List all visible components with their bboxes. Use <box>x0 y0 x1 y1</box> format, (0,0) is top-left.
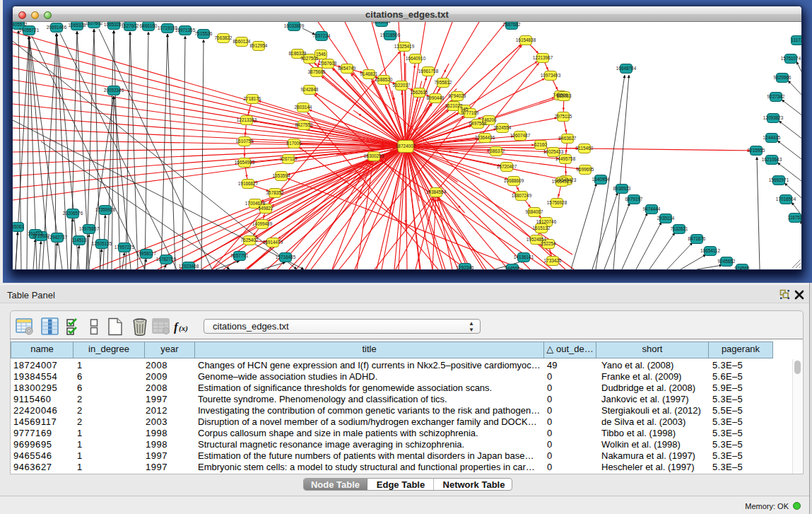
svg-text:7955812: 7955812 <box>435 80 452 85</box>
svg-text:1244415: 1244415 <box>763 135 781 140</box>
svg-text:15692971: 15692971 <box>769 177 789 182</box>
svg-text:7663822: 7663822 <box>215 35 233 40</box>
svg-text:1065328: 1065328 <box>69 23 86 28</box>
svg-text:9777169: 9777169 <box>461 110 479 115</box>
svg-text:817006: 817006 <box>286 141 302 146</box>
svg-text:9474444: 9474444 <box>643 206 661 211</box>
svg-text:9242848: 9242848 <box>301 87 319 92</box>
svg-text:549822: 549822 <box>258 206 273 211</box>
svg-text:1562615: 1562615 <box>411 90 428 95</box>
svg-text:12093823: 12093823 <box>763 115 784 120</box>
svg-text:6466160: 6466160 <box>140 23 158 28</box>
svg-text:8813054: 8813054 <box>373 22 391 24</box>
svg-text:12942737: 12942737 <box>47 235 68 240</box>
svg-text:19654923: 19654923 <box>552 179 572 184</box>
svg-text:5322037: 5322037 <box>393 83 411 88</box>
svg-text:35061: 35061 <box>13 224 24 229</box>
svg-text:14055721: 14055721 <box>19 28 40 33</box>
svg-text:10973493: 10973493 <box>541 73 561 78</box>
svg-text:7625402: 7625402 <box>241 238 259 243</box>
svg-text:1546: 1546 <box>316 52 326 57</box>
svg-text:10975857: 10975857 <box>79 226 100 231</box>
svg-text:10025433: 10025433 <box>543 149 564 154</box>
svg-text:9463627: 9463627 <box>559 136 577 141</box>
svg-text:9384067: 9384067 <box>526 209 543 214</box>
svg-text:1292346: 1292346 <box>457 265 474 269</box>
svg-text:20053346: 20053346 <box>104 88 124 93</box>
svg-text:9327505: 9327505 <box>301 56 319 61</box>
svg-text:13325419: 13325419 <box>394 44 415 49</box>
svg-text:12923468: 12923468 <box>179 264 199 269</box>
svg-text:14136141: 14136141 <box>514 255 534 259</box>
svg-text:924565: 924565 <box>734 266 750 269</box>
svg-text:19958117: 19958117 <box>136 251 156 256</box>
svg-text:1588520: 1588520 <box>375 77 393 82</box>
svg-text:3267110: 3267110 <box>280 156 298 161</box>
svg-text:17359928: 17359928 <box>95 207 116 212</box>
svg-text:15720407: 15720407 <box>497 164 517 169</box>
svg-text:1640954: 1640954 <box>592 177 610 182</box>
svg-text:8186328: 8186328 <box>289 51 307 56</box>
svg-text:19384554: 19384554 <box>426 189 447 194</box>
svg-text:8938923: 8938923 <box>613 186 631 191</box>
svg-text:9699695: 9699695 <box>577 167 594 172</box>
svg-text:16640910: 16640910 <box>406 56 426 61</box>
svg-text:9329966: 9329966 <box>774 75 792 80</box>
svg-text:15756928: 15756928 <box>547 200 567 205</box>
svg-text:20691406: 20691406 <box>47 25 67 30</box>
svg-text:9227342: 9227342 <box>767 94 785 99</box>
svg-text:12213383: 12213383 <box>237 117 257 122</box>
svg-text:1615132: 1615132 <box>533 226 551 230</box>
svg-text:16654983: 16654983 <box>235 160 255 165</box>
svg-text:12505135: 12505135 <box>92 241 112 246</box>
svg-text:20364436: 20364436 <box>475 135 495 140</box>
svg-text:17957225: 17957225 <box>114 245 135 250</box>
svg-text:6879197: 6879197 <box>625 197 643 201</box>
svg-text:20206576: 20206576 <box>63 211 83 216</box>
svg-text:9657791: 9657791 <box>231 253 249 258</box>
svg-text:1610755: 1610755 <box>236 139 254 144</box>
svg-text:11173: 11173 <box>792 37 801 42</box>
svg-text:8660124: 8660124 <box>233 39 251 44</box>
svg-text:62160: 62160 <box>534 142 547 147</box>
svg-text:8990448: 8990448 <box>427 95 445 100</box>
svg-text:8454749: 8454749 <box>339 66 356 71</box>
svg-text:16210643: 16210643 <box>762 157 782 162</box>
svg-text:2935114: 2935114 <box>657 216 675 221</box>
svg-text:18807249: 18807249 <box>512 193 532 198</box>
svg-text:10688609: 10688609 <box>504 178 524 183</box>
svg-text:12213967: 12213967 <box>533 55 553 60</box>
svg-text:18724007: 18724007 <box>396 144 416 148</box>
svg-text:16154838: 16154838 <box>516 37 536 42</box>
svg-text:16120746: 16120746 <box>536 219 557 224</box>
svg-text:16961758: 16961758 <box>418 69 439 74</box>
svg-text:2887682: 2887682 <box>503 22 521 27</box>
svg-text:16971355: 16971355 <box>175 28 196 33</box>
svg-text:10607487: 10607487 <box>510 133 531 138</box>
svg-text:1527602: 1527602 <box>122 23 139 28</box>
svg-text:3215955: 3215955 <box>748 148 765 153</box>
svg-text:1353594: 1353594 <box>273 173 290 178</box>
svg-text:1733426: 1733426 <box>544 258 562 263</box>
svg-text:8912954: 8912954 <box>250 43 268 48</box>
svg-text:19166827: 19166827 <box>238 181 259 186</box>
svg-text:2803144: 2803144 <box>295 105 312 110</box>
svg-text:15716485: 15716485 <box>276 255 296 259</box>
svg-text:252254: 252254 <box>541 241 556 246</box>
svg-text:1527602: 1527602 <box>86 22 103 25</box>
svg-text:8427552: 8427552 <box>295 122 313 127</box>
svg-text:9245652: 9245652 <box>718 259 736 264</box>
svg-text:7357224: 7357224 <box>313 33 331 38</box>
svg-text:114513: 114513 <box>72 238 87 243</box>
svg-text:3875685: 3875685 <box>308 69 326 74</box>
svg-text:14099489: 14099489 <box>252 221 273 226</box>
svg-text:746206: 746206 <box>481 117 497 122</box>
svg-text:3578352: 3578352 <box>266 190 284 195</box>
svg-text:7515526: 7515526 <box>195 31 213 36</box>
svg-text:2367608: 2367608 <box>319 61 337 66</box>
svg-text:185063: 185063 <box>556 93 572 98</box>
svg-text:7386372: 7386372 <box>488 148 505 153</box>
svg-text:1405572: 1405572 <box>13 22 28 27</box>
svg-text:19218506: 19218506 <box>380 33 401 37</box>
svg-text:8471676: 8471676 <box>688 236 706 241</box>
